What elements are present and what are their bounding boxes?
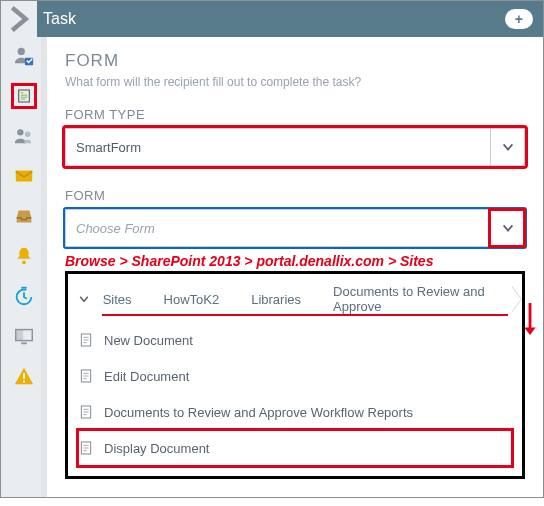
collapse-toggle[interactable] <box>1 1 37 37</box>
list-item[interactable]: Edit Document <box>78 358 512 394</box>
svg-rect-2 <box>19 90 30 102</box>
svg-rect-3 <box>21 92 24 93</box>
users-group-icon[interactable] <box>11 123 37 149</box>
svg-rect-15 <box>21 342 27 344</box>
breadcrumb-item[interactable]: Sites <box>93 286 146 312</box>
svg-rect-9 <box>16 171 33 182</box>
form-icon[interactable] <box>11 83 37 109</box>
svg-rect-14 <box>16 330 23 341</box>
chevron-down-icon[interactable] <box>490 129 524 165</box>
panel-header: Task + <box>1 1 543 37</box>
svg-rect-6 <box>21 99 26 100</box>
breadcrumb-item[interactable]: HowToK2 <box>146 286 234 312</box>
form-browser: Sites HowToK2 Libraries Documents to Rev… <box>65 271 525 479</box>
form-type-select[interactable]: SmartForm <box>65 128 525 166</box>
list-item-label: New Document <box>104 333 193 348</box>
svg-rect-12 <box>21 287 27 289</box>
breadcrumb-item[interactable]: Libraries <box>233 286 315 312</box>
list-item[interactable]: New Document <box>78 322 512 358</box>
arrow-down-icon <box>523 303 537 337</box>
list-item-label: Display Document <box>104 441 210 456</box>
breadcrumb: Sites HowToK2 Libraries Documents to Rev… <box>78 286 512 312</box>
bell-icon[interactable] <box>11 243 37 269</box>
form-type-label: FORM TYPE <box>65 107 525 122</box>
list-item-label: Documents to Review and Approve Workflow… <box>104 405 413 420</box>
layout-icon[interactable] <box>11 323 37 349</box>
svg-rect-4 <box>21 95 28 96</box>
svg-rect-16 <box>23 373 25 379</box>
inbox-icon[interactable] <box>11 203 37 229</box>
mail-icon[interactable] <box>11 163 37 189</box>
warning-icon[interactable] <box>11 363 37 389</box>
svg-rect-5 <box>21 97 28 98</box>
timer-icon[interactable] <box>11 283 37 309</box>
svg-point-7 <box>17 129 23 135</box>
add-badge[interactable]: + <box>505 9 533 29</box>
annotation-text: Browse > SharePoint 2013 > portal.denall… <box>65 253 525 269</box>
chevron-down-icon[interactable] <box>490 210 524 246</box>
list-item[interactable]: Documents to Review and Approve Workflow… <box>78 394 512 430</box>
breadcrumb-item[interactable]: Documents to Review and Approve <box>315 286 512 312</box>
svg-rect-17 <box>23 381 25 383</box>
svg-point-10 <box>22 261 26 265</box>
svg-point-8 <box>25 131 30 137</box>
svg-point-0 <box>18 48 25 55</box>
form-field-label: FORM <box>65 188 525 203</box>
list-item[interactable]: Display Document <box>78 430 512 466</box>
form-type-value: SmartForm <box>76 140 141 155</box>
form-placeholder: Choose Form <box>76 221 155 236</box>
chevron-down-icon[interactable] <box>78 293 93 305</box>
left-rail <box>1 37 47 497</box>
panel-title: Task <box>43 10 76 28</box>
form-section-subtitle: What form will the recipient fill out to… <box>65 75 525 89</box>
people-icon[interactable] <box>11 43 37 69</box>
list-item-label: Edit Document <box>104 369 189 384</box>
form-section-title: FORM <box>65 51 525 71</box>
form-select[interactable]: Choose Form <box>65 209 525 247</box>
